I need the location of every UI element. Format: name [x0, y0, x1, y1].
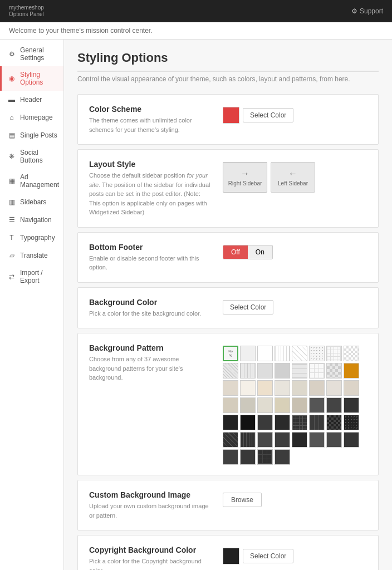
pattern-cell-48[interactable]	[223, 449, 238, 465]
logo-name: mythemeshop	[9, 4, 44, 11]
pattern-cell-41[interactable]	[240, 432, 256, 448]
pattern-cell-39[interactable]	[344, 415, 359, 430]
pattern-cell-28[interactable]	[292, 397, 307, 413]
pattern-cell-24[interactable]	[223, 397, 238, 413]
background-color-select-btn[interactable]: Select Color	[223, 300, 273, 315]
pattern-cell-32[interactable]	[223, 415, 238, 430]
color-scheme-select-btn[interactable]: Select Color	[243, 108, 293, 122]
pattern-cell-20[interactable]	[292, 380, 307, 396]
pattern-cell-1[interactable]	[240, 346, 256, 361]
pattern-cell-51[interactable]	[275, 449, 290, 465]
pattern-cell-29[interactable]	[309, 397, 325, 413]
document-icon: ▤	[7, 131, 16, 140]
pattern-cell-16[interactable]	[223, 380, 238, 396]
browse-btn[interactable]: Browse	[223, 493, 262, 507]
color-scheme-title: Color Scheme	[89, 105, 212, 114]
sidebar-item-header[interactable]: ▬ Header	[0, 91, 63, 109]
translate-icon: ▱	[7, 251, 16, 260]
pattern-cell-10[interactable]	[257, 363, 273, 379]
pattern-cell-26[interactable]	[257, 397, 273, 413]
sidebar-item-ad-management[interactable]: ▦ Ad Management	[0, 169, 63, 193]
pattern-cell-37[interactable]	[309, 415, 325, 430]
sidebar-item-styling-options[interactable]: ◉ Styling Options	[0, 66, 63, 91]
pattern-cell-19[interactable]	[275, 380, 290, 396]
share-icon: ❋	[7, 152, 16, 161]
pattern-cell-13[interactable]	[309, 363, 325, 379]
layout-style-title: Layout Style	[89, 160, 212, 169]
background-color-title: Background Color	[89, 298, 212, 307]
pattern-cell-27[interactable]	[275, 397, 290, 413]
sidebar-item-sidebars[interactable]: ▥ Sidebars	[0, 193, 63, 211]
pattern-cell-18[interactable]	[257, 380, 273, 396]
pattern-cell-7[interactable]	[344, 346, 359, 361]
toggle-off-btn[interactable]: Off	[223, 245, 248, 259]
pattern-cell-9[interactable]	[240, 363, 256, 379]
home-icon: ⌂	[7, 113, 16, 122]
pattern-cell-35[interactable]	[275, 415, 290, 430]
copyright-color-swatch	[223, 548, 239, 564]
pattern-cell-23[interactable]	[344, 380, 359, 396]
bottom-footer-section: Bottom Footer Enable or disable second f…	[77, 232, 379, 283]
pattern-cell-50[interactable]	[257, 449, 273, 465]
sidebar-item-navigation[interactable]: ☰ Navigation	[0, 211, 63, 229]
pattern-cell-31[interactable]	[344, 397, 359, 413]
pattern-cell-42[interactable]	[257, 432, 273, 448]
pattern-cell-2[interactable]	[257, 346, 273, 361]
pattern-cell-45[interactable]	[309, 432, 325, 448]
pattern-cell-17[interactable]	[240, 380, 256, 396]
pattern-cell-34[interactable]	[257, 415, 273, 430]
sidebar-item-label: Social Buttons	[20, 149, 58, 164]
pattern-cell-none[interactable]: Nobg	[223, 346, 238, 361]
main-layout: ⚙ General Settings ◉ Styling Options ▬ H…	[0, 40, 392, 570]
pattern-cell-49[interactable]	[240, 449, 256, 465]
layout-right-sidebar-btn[interactable]: → Right Sidebar	[223, 162, 267, 193]
pattern-cell-40[interactable]	[223, 432, 238, 448]
welcome-bar: Welcome to your theme's mission control …	[0, 22, 392, 40]
pattern-cell-33[interactable]	[240, 415, 256, 430]
sidebar-item-import-export[interactable]: ⇄ Import / Export	[0, 264, 63, 289]
pattern-cell-14[interactable]	[326, 363, 342, 379]
gear-icon: ⚙	[7, 50, 16, 58]
sidebar-item-homepage[interactable]: ⌂ Homepage	[0, 109, 63, 126]
pattern-cell-5[interactable]	[309, 346, 325, 361]
pattern-cell-46[interactable]	[326, 432, 342, 448]
support-link[interactable]: ⚙ Support	[351, 7, 383, 15]
pattern-cell-3[interactable]	[275, 346, 290, 361]
pattern-cell-4[interactable]	[292, 346, 307, 361]
background-color-desc: Pick a color for the site background col…	[89, 309, 212, 318]
pattern-cell-6[interactable]	[326, 346, 342, 361]
sidebar-item-general-settings[interactable]: ⚙ General Settings	[0, 42, 63, 66]
pattern-cell-21[interactable]	[309, 380, 325, 396]
layout-left-sidebar-btn[interactable]: ← Left Sidebar	[271, 162, 315, 193]
pattern-cell-44[interactable]	[292, 432, 307, 448]
pattern-cell-12[interactable]	[292, 363, 307, 379]
copyright-bg-color-section: Copyright Background Color Pick a color …	[77, 535, 379, 570]
sidebar-item-typography[interactable]: T Typography	[0, 229, 63, 247]
color-scheme-desc: The theme comes with unlimited color sch…	[89, 116, 212, 134]
pattern-cell-30[interactable]	[326, 397, 342, 413]
support-icon: ⚙	[351, 7, 357, 15]
pattern-cell-43[interactable]	[275, 432, 290, 448]
pattern-cell-11[interactable]	[275, 363, 290, 379]
layout-right-label: Right Sidebar	[228, 180, 262, 186]
logo: mythemeshop Options Panel	[9, 4, 44, 18]
main-content: Styling Options Control the visual appea…	[64, 40, 392, 570]
custom-bg-image-desc: Upload your own custom background image …	[89, 502, 212, 520]
sidebar-item-social-buttons[interactable]: ❋ Social Buttons	[0, 144, 63, 169]
pattern-cell-38[interactable]	[326, 415, 342, 430]
pattern-cell-25[interactable]	[240, 397, 256, 413]
copyright-color-select-btn[interactable]: Select Color	[243, 549, 293, 563]
pattern-cell-8[interactable]	[223, 363, 238, 379]
pattern-cell-36[interactable]	[292, 415, 307, 430]
toggle-on-btn[interactable]: On	[248, 245, 272, 259]
sidebar-item-translate[interactable]: ▱ Translate	[0, 247, 63, 264]
pattern-cell-22[interactable]	[326, 380, 342, 396]
pattern-cell-47[interactable]	[344, 432, 359, 448]
palette-icon: ◉	[7, 74, 16, 83]
background-pattern-desc: Choose from any of 37 awesome background…	[89, 355, 212, 382]
sidebar: ⚙ General Settings ◉ Styling Options ▬ H…	[0, 40, 64, 570]
left-arrow-icon: ←	[288, 169, 297, 179]
sidebar-item-single-posts[interactable]: ▤ Single Posts	[0, 126, 63, 144]
sidebar-item-label: General Settings	[20, 46, 58, 62]
pattern-cell-15[interactable]	[344, 363, 359, 379]
